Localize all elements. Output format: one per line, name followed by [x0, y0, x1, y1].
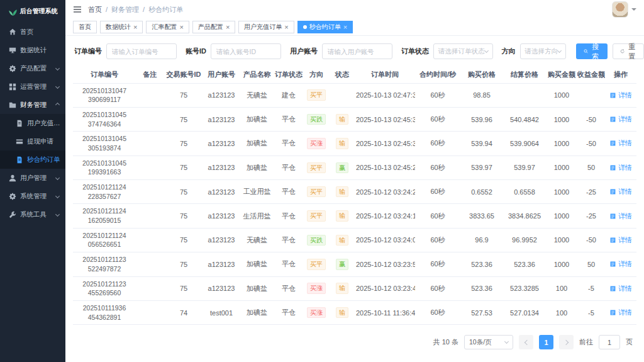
cell-duration: 60秒	[415, 107, 460, 131]
cell-settle-price: 523.36	[503, 252, 546, 276]
cell-user-account: a123123	[203, 180, 240, 204]
detail-link[interactable]: 详情	[609, 139, 632, 148]
reset-button[interactable]: 重置	[613, 43, 644, 59]
order-no-line2: 056526651	[74, 240, 135, 249]
result-tag: 输	[336, 210, 348, 222]
direction-select[interactable]: 请选择方向	[520, 43, 567, 59]
tab-秒合约订单[interactable]: 秒合约订单×	[297, 21, 353, 33]
sidebar-subitem-秒合约订单[interactable]: 秒合约订单	[0, 150, 65, 169]
close-icon[interactable]: ×	[343, 24, 347, 31]
cell-time: 2025-10-13 02:45:20	[355, 156, 415, 179]
cell-profit: 50	[577, 252, 605, 276]
detail-link[interactable]: 详情	[609, 235, 632, 245]
order-no-line2: 305193874	[74, 144, 135, 153]
cell-order-no: 202510131045199391663	[73, 156, 136, 179]
next-page-button[interactable]	[559, 335, 574, 349]
close-icon[interactable]: ×	[284, 24, 288, 31]
result-tag: 输	[336, 138, 348, 149]
tab-数据统计[interactable]: 数据统计×	[100, 21, 143, 33]
page-number-1[interactable]: 1	[539, 335, 553, 349]
hamburger-menu-icon[interactable]	[73, 6, 82, 13]
detail-link[interactable]: 详情	[609, 284, 632, 293]
breadcrumb-home[interactable]: 首页	[88, 5, 102, 14]
document-icon	[609, 237, 616, 244]
direction-tag: 买平	[307, 210, 326, 222]
close-icon[interactable]: ×	[179, 24, 183, 31]
cell-buy-price: 98.85	[460, 83, 503, 107]
tab-产品配置[interactable]: 产品配置×	[192, 21, 235, 33]
sidebar-subitem-用户充值订单[interactable]: 用户充值订单	[0, 114, 65, 132]
column-header-结算价格: 结算价格	[503, 67, 546, 83]
avatar[interactable]	[612, 1, 628, 18]
tab-首页[interactable]: 首页	[73, 21, 97, 33]
detail-link[interactable]: 详情	[609, 187, 632, 196]
cell-operation: 详情	[605, 228, 636, 252]
order-status-select[interactable]: 请选择订单状态	[433, 43, 493, 59]
direction-tag: 买涨	[307, 138, 326, 149]
close-icon[interactable]: ×	[133, 24, 137, 31]
cell-position: 平仓	[274, 204, 303, 228]
order-no-line2: 199391663	[74, 167, 135, 177]
chevron-down-icon	[55, 212, 60, 217]
tab-用户充值订单[interactable]: 用户充值订单×	[238, 21, 294, 33]
cell-account-id: 75	[164, 204, 203, 228]
page-size-value: 10条/页	[469, 338, 492, 347]
tab-汇率配置[interactable]: 汇率配置×	[146, 21, 189, 33]
goto-page-input[interactable]	[599, 335, 620, 349]
sidebar-item-label: 系统工具	[20, 210, 47, 219]
detail-link[interactable]: 详情	[609, 259, 632, 269]
sidebar-subitem-提现申请[interactable]: 提现申请	[0, 132, 65, 150]
cell-order-no: 202510131045374746364	[73, 107, 136, 131]
chevron-right-icon	[563, 340, 568, 345]
cell-duration: 60秒	[415, 180, 460, 204]
detail-link[interactable]: 详情	[609, 308, 632, 317]
table-row: 20251012112416205901575a123123生活用盐平仓买平输2…	[73, 204, 636, 228]
cell-profit: -25	[577, 180, 605, 204]
order-no-line2: 390699117	[74, 95, 135, 105]
column-header-状态: 状态	[330, 67, 355, 83]
close-icon[interactable]: ×	[226, 24, 230, 31]
cell-duration: 60秒	[415, 83, 460, 107]
search-button[interactable]: 搜索	[576, 43, 608, 59]
detail-link-label: 详情	[618, 139, 632, 148]
sidebar-item-运营管理[interactable]: 运营管理	[0, 77, 65, 96]
cell-profit: -50	[577, 132, 605, 156]
account-id-input[interactable]	[211, 43, 281, 59]
detail-link[interactable]: 详情	[609, 163, 632, 173]
cell-duration: 60秒	[415, 252, 460, 276]
detail-link-label: 详情	[618, 91, 632, 100]
cell-product: 加碘盐	[240, 300, 274, 324]
sidebar-item-label: 用户管理	[20, 174, 47, 183]
detail-link[interactable]: 详情	[609, 115, 632, 124]
user-icon	[8, 174, 16, 182]
detail-link-label: 详情	[618, 115, 632, 124]
order-no-input[interactable]	[106, 43, 177, 59]
detail-link[interactable]: 详情	[609, 91, 632, 100]
page-size-select[interactable]: 10条/页	[464, 335, 513, 349]
order-no-line2: 455269560	[74, 288, 135, 298]
cell-time: 2025-10-12 03:23:52	[355, 252, 415, 276]
prev-page-button[interactable]	[519, 335, 533, 349]
grid-icon	[8, 82, 16, 91]
sidebar-item-首页[interactable]: 首页	[0, 23, 65, 41]
table-row: 20251013104519939166375a123123加碘盐平仓买平赢20…	[73, 156, 636, 179]
detail-link[interactable]: 详情	[609, 212, 632, 221]
sidebar-item-财务管理[interactable]: 财务管理	[0, 96, 65, 114]
sidebar-item-用户管理[interactable]: 用户管理	[0, 169, 65, 187]
sidebar-item-系统管理[interactable]: 系统管理	[0, 187, 65, 205]
sidebar-item-系统工具[interactable]: 系统工具	[0, 205, 65, 223]
cell-buy-price: 539.97	[460, 156, 503, 179]
sidebar-item-产品配置[interactable]: 产品配置	[0, 59, 65, 77]
user-avatar-menu[interactable]	[612, 1, 636, 18]
user-account-label: 用户账号	[290, 47, 318, 56]
top-navbar: 首页 / 财务管理 / 秒合约订单	[65, 0, 644, 19]
detail-link-label: 详情	[618, 212, 632, 221]
cell-settle-price: 539.9064	[503, 132, 546, 156]
column-header-备注: 备注	[136, 67, 164, 83]
cell-order-no: 202510131047390699117	[73, 83, 136, 107]
user-account-input[interactable]	[322, 43, 392, 59]
sidebar-subitem-label: 用户充值订单	[27, 119, 60, 128]
direction-label: 方向	[502, 47, 516, 56]
cell-position: 平仓	[274, 252, 303, 276]
sidebar-item-数据统计[interactable]: 数据统计	[0, 41, 65, 59]
